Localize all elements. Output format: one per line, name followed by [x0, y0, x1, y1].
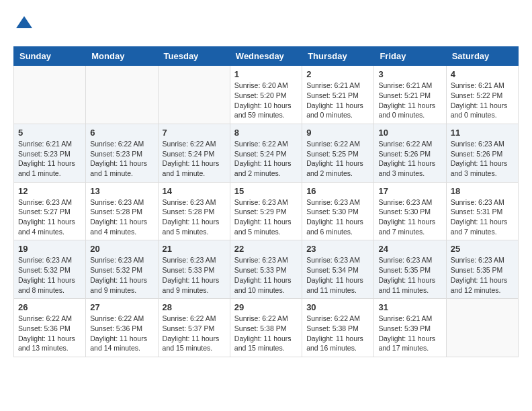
- day-number: 25: [451, 244, 514, 254]
- calendar-day-cell: 29Sunrise: 6:22 AM Sunset: 5:38 PM Dayli…: [230, 299, 302, 357]
- day-info: Sunrise: 6:23 AM Sunset: 5:35 PM Dayligh…: [451, 255, 514, 295]
- calendar-day-cell: 1Sunrise: 6:20 AM Sunset: 5:20 PM Daylig…: [230, 66, 302, 124]
- day-info: Sunrise: 6:22 AM Sunset: 5:36 PM Dayligh…: [90, 314, 153, 353]
- calendar-day-cell: 22Sunrise: 6:23 AM Sunset: 5:33 PM Dayli…: [230, 240, 302, 299]
- calendar-day-cell: 9Sunrise: 6:22 AM Sunset: 5:25 PM Daylig…: [302, 124, 374, 182]
- calendar-table: SundayMondayTuesdayWednesdayThursdayFrid…: [13, 46, 519, 357]
- logo: [13, 13, 34, 36]
- day-info: Sunrise: 6:22 AM Sunset: 5:24 PM Dayligh…: [163, 139, 226, 179]
- day-number: 15: [234, 186, 298, 196]
- day-info: Sunrise: 6:23 AM Sunset: 5:34 PM Dayligh…: [306, 255, 369, 295]
- weekday-header: Monday: [86, 47, 158, 66]
- day-info: Sunrise: 6:22 AM Sunset: 5:36 PM Dayligh…: [18, 314, 81, 353]
- calendar-day-cell: 25Sunrise: 6:23 AM Sunset: 5:35 PM Dayli…: [446, 240, 518, 299]
- calendar-day-cell: 11Sunrise: 6:23 AM Sunset: 5:26 PM Dayli…: [446, 124, 518, 182]
- calendar-day-cell: 14Sunrise: 6:23 AM Sunset: 5:28 PM Dayli…: [158, 182, 230, 240]
- calendar-day-cell: [86, 66, 158, 124]
- day-info: Sunrise: 6:23 AM Sunset: 5:33 PM Dayligh…: [234, 255, 298, 295]
- day-info: Sunrise: 6:23 AM Sunset: 5:27 PM Dayligh…: [18, 197, 81, 237]
- day-info: Sunrise: 6:22 AM Sunset: 5:38 PM Dayligh…: [234, 314, 298, 353]
- day-info: Sunrise: 6:21 AM Sunset: 5:22 PM Dayligh…: [451, 81, 514, 120]
- day-info: Sunrise: 6:21 AM Sunset: 5:23 PM Dayligh…: [18, 139, 81, 179]
- calendar-day-cell: [158, 66, 230, 124]
- logo-icon: [15, 13, 34, 32]
- day-info: Sunrise: 6:21 AM Sunset: 5:21 PM Dayligh…: [378, 81, 441, 120]
- day-number: 20: [90, 244, 153, 254]
- day-info: Sunrise: 6:22 AM Sunset: 5:24 PM Dayligh…: [234, 139, 298, 179]
- day-info: Sunrise: 6:23 AM Sunset: 5:26 PM Dayligh…: [451, 139, 514, 179]
- day-number: 28: [163, 302, 226, 312]
- calendar-day-cell: 16Sunrise: 6:23 AM Sunset: 5:30 PM Dayli…: [302, 182, 374, 240]
- calendar-day-cell: 23Sunrise: 6:23 AM Sunset: 5:34 PM Dayli…: [302, 240, 374, 299]
- calendar-header-row: SundayMondayTuesdayWednesdayThursdayFrid…: [14, 47, 519, 66]
- day-info: Sunrise: 6:23 AM Sunset: 5:31 PM Dayligh…: [451, 197, 514, 237]
- weekday-header: Tuesday: [158, 47, 230, 66]
- day-info: Sunrise: 6:23 AM Sunset: 5:32 PM Dayligh…: [90, 255, 153, 295]
- day-number: 6: [90, 128, 153, 138]
- day-info: Sunrise: 6:22 AM Sunset: 5:37 PM Dayligh…: [163, 314, 226, 353]
- day-info: Sunrise: 6:23 AM Sunset: 5:30 PM Dayligh…: [306, 197, 369, 237]
- day-number: 29: [234, 302, 298, 312]
- day-number: 19: [18, 244, 81, 254]
- day-number: 5: [18, 128, 81, 138]
- day-info: Sunrise: 6:21 AM Sunset: 5:39 PM Dayligh…: [378, 314, 441, 353]
- calendar-day-cell: 26Sunrise: 6:22 AM Sunset: 5:36 PM Dayli…: [14, 299, 86, 357]
- day-number: 22: [234, 244, 298, 254]
- day-info: Sunrise: 6:22 AM Sunset: 5:25 PM Dayligh…: [306, 139, 369, 179]
- day-number: 17: [378, 186, 441, 196]
- day-info: Sunrise: 6:23 AM Sunset: 5:30 PM Dayligh…: [378, 197, 441, 237]
- day-number: 7: [163, 128, 226, 138]
- calendar-day-cell: 7Sunrise: 6:22 AM Sunset: 5:24 PM Daylig…: [158, 124, 230, 182]
- calendar-day-cell: 21Sunrise: 6:23 AM Sunset: 5:33 PM Dayli…: [158, 240, 230, 299]
- day-info: Sunrise: 6:22 AM Sunset: 5:23 PM Dayligh…: [90, 139, 153, 179]
- day-number: 24: [378, 244, 441, 254]
- day-info: Sunrise: 6:23 AM Sunset: 5:32 PM Dayligh…: [18, 255, 81, 295]
- day-number: 3: [378, 69, 441, 79]
- calendar-week-row: 12Sunrise: 6:23 AM Sunset: 5:27 PM Dayli…: [14, 182, 519, 240]
- day-number: 10: [378, 128, 441, 138]
- weekday-header: Wednesday: [230, 47, 302, 66]
- calendar-day-cell: 5Sunrise: 6:21 AM Sunset: 5:23 PM Daylig…: [14, 124, 86, 182]
- day-number: 31: [378, 302, 441, 312]
- calendar-week-row: 26Sunrise: 6:22 AM Sunset: 5:36 PM Dayli…: [14, 299, 519, 357]
- day-number: 9: [306, 128, 369, 138]
- calendar-day-cell: 24Sunrise: 6:23 AM Sunset: 5:35 PM Dayli…: [374, 240, 446, 299]
- day-info: Sunrise: 6:23 AM Sunset: 5:33 PM Dayligh…: [163, 255, 226, 295]
- day-info: Sunrise: 6:21 AM Sunset: 5:21 PM Dayligh…: [306, 81, 369, 120]
- calendar-day-cell: 3Sunrise: 6:21 AM Sunset: 5:21 PM Daylig…: [374, 66, 446, 124]
- calendar-day-cell: 4Sunrise: 6:21 AM Sunset: 5:22 PM Daylig…: [446, 66, 518, 124]
- weekday-header: Friday: [374, 47, 446, 66]
- calendar-day-cell: 8Sunrise: 6:22 AM Sunset: 5:24 PM Daylig…: [230, 124, 302, 182]
- day-number: 1: [234, 69, 298, 79]
- day-number: 30: [306, 302, 369, 312]
- weekday-header: Sunday: [14, 47, 86, 66]
- day-number: 13: [90, 186, 153, 196]
- calendar-day-cell: 20Sunrise: 6:23 AM Sunset: 5:32 PM Dayli…: [86, 240, 158, 299]
- day-number: 21: [163, 244, 226, 254]
- weekday-header: Saturday: [446, 47, 518, 66]
- calendar-week-row: 5Sunrise: 6:21 AM Sunset: 5:23 PM Daylig…: [14, 124, 519, 182]
- calendar-week-row: 1Sunrise: 6:20 AM Sunset: 5:20 PM Daylig…: [14, 66, 519, 124]
- calendar-day-cell: 30Sunrise: 6:22 AM Sunset: 5:38 PM Dayli…: [302, 299, 374, 357]
- day-number: 4: [451, 69, 514, 79]
- calendar-day-cell: 27Sunrise: 6:22 AM Sunset: 5:36 PM Dayli…: [86, 299, 158, 357]
- day-info: Sunrise: 6:23 AM Sunset: 5:28 PM Dayligh…: [90, 197, 153, 237]
- day-number: 27: [90, 302, 153, 312]
- day-info: Sunrise: 6:23 AM Sunset: 5:28 PM Dayligh…: [163, 197, 226, 237]
- calendar-day-cell: 10Sunrise: 6:22 AM Sunset: 5:26 PM Dayli…: [374, 124, 446, 182]
- day-info: Sunrise: 6:23 AM Sunset: 5:29 PM Dayligh…: [234, 197, 298, 237]
- svg-marker-0: [16, 16, 32, 28]
- calendar-day-cell: 15Sunrise: 6:23 AM Sunset: 5:29 PM Dayli…: [230, 182, 302, 240]
- calendar-day-cell: 28Sunrise: 6:22 AM Sunset: 5:37 PM Dayli…: [158, 299, 230, 357]
- calendar-day-cell: 12Sunrise: 6:23 AM Sunset: 5:27 PM Dayli…: [14, 182, 86, 240]
- day-number: 8: [234, 128, 298, 138]
- page-header: [13, 13, 519, 36]
- day-number: 12: [18, 186, 81, 196]
- calendar-day-cell: 6Sunrise: 6:22 AM Sunset: 5:23 PM Daylig…: [86, 124, 158, 182]
- calendar-day-cell: 19Sunrise: 6:23 AM Sunset: 5:32 PM Dayli…: [14, 240, 86, 299]
- calendar-day-cell: 13Sunrise: 6:23 AM Sunset: 5:28 PM Dayli…: [86, 182, 158, 240]
- calendar-week-row: 19Sunrise: 6:23 AM Sunset: 5:32 PM Dayli…: [14, 240, 519, 299]
- calendar-day-cell: 2Sunrise: 6:21 AM Sunset: 5:21 PM Daylig…: [302, 66, 374, 124]
- day-info: Sunrise: 6:22 AM Sunset: 5:38 PM Dayligh…: [306, 314, 369, 353]
- day-number: 2: [306, 69, 369, 79]
